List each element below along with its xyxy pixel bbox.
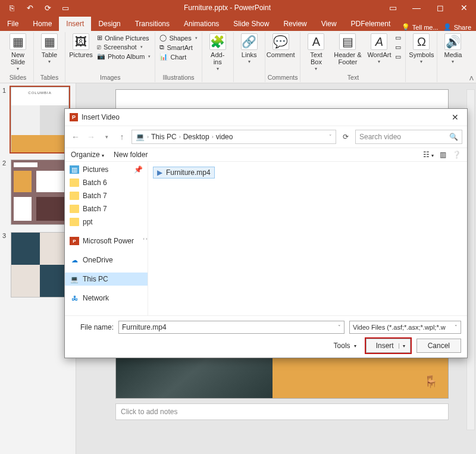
cancel-button[interactable]: Cancel [416, 339, 461, 353]
smartart-button[interactable]: ⧉SmartArt [158, 43, 199, 52]
breadcrumb-part[interactable]: This PC [151, 133, 177, 141]
undo-icon[interactable]: ↶ [21, 1, 38, 14]
sidebar-item-powerpoint[interactable]: PMicrosoft Power [65, 234, 148, 248]
ribbon-group-links: 🔗Links▾ [234, 32, 265, 82]
slide-thumbnail[interactable]: 1 COLUMBIA [2, 87, 73, 152]
tab-file[interactable]: File [0, 17, 26, 31]
thumbnail-preview[interactable]: COLUMBIA [11, 87, 69, 152]
header-footer-button[interactable]: ▤Header & Footer [330, 32, 365, 67]
sidebar-item-folder[interactable]: ppt [65, 215, 148, 228]
addins-button[interactable]: 🧩Add-ins▾ [205, 32, 231, 73]
slide-thumbnail[interactable]: 3 [2, 232, 73, 298]
table-label: Table [42, 51, 57, 58]
sidebar-item-folder[interactable]: Batch 6 [65, 176, 148, 189]
search-input[interactable]: Search video 🔍 [355, 130, 462, 144]
new-slide-button[interactable]: ▦ New Slide ▾ [5, 32, 31, 73]
preview-pane-button[interactable]: ▥ [440, 151, 446, 159]
text-extra-button[interactable]: ▭ [393, 52, 403, 61]
online-pictures-button[interactable]: ⊞Online Pictures [95, 33, 152, 42]
breadcrumb-part[interactable]: Desktop [183, 133, 209, 141]
photo-album-button[interactable]: 📷Photo Album▾ [95, 52, 152, 61]
thumbnail-preview[interactable] [11, 232, 69, 298]
chart-button[interactable]: 📊Chart [158, 52, 199, 61]
close-icon[interactable]: ✕ [452, 0, 476, 15]
recent-locations-icon[interactable]: ▾ [101, 134, 112, 140]
up-icon[interactable]: ↑ [116, 132, 128, 142]
organize-button[interactable]: Organize ▾ [71, 151, 104, 159]
help-icon[interactable]: ❔ [452, 151, 461, 159]
ribbon-group-images: 🖼 Pictures ⊞Online Pictures ⎚Screenshot▾… [65, 32, 155, 82]
pictures-button[interactable]: 🖼 Pictures [68, 32, 94, 60]
new-slide-icon: ▦ [10, 33, 26, 50]
collapse-ribbon-icon[interactable]: ᐱ [469, 75, 474, 82]
wordart-button[interactable]: AWordArt▾ [366, 32, 392, 66]
header-footer-label: Header & Footer [333, 51, 362, 65]
ribbon-group-symbols: ΩSymbols▾ [406, 32, 437, 82]
shapes-button[interactable]: ◯Shapes▾ [158, 33, 199, 42]
redo-icon[interactable]: ⟳ [39, 1, 56, 14]
tab-transitions[interactable]: Transitions [128, 17, 177, 31]
online-pictures-icon: ⊞ [97, 34, 102, 42]
file-item[interactable]: ▶ Furniture.mp4 [153, 167, 215, 179]
table-button[interactable]: ▦ Table ▾ [36, 32, 62, 66]
textbox-button[interactable]: AText Box▾ [303, 32, 329, 73]
minimize-icon[interactable]: — [405, 0, 428, 15]
tab-slideshow[interactable]: Slide Show [226, 17, 276, 31]
tab-animations[interactable]: Animations [177, 17, 226, 31]
new-folder-button[interactable]: New folder [114, 151, 148, 159]
symbols-button[interactable]: ΩSymbols▾ [408, 32, 434, 66]
vertical-scrollbar[interactable] [466, 89, 475, 430]
folder-icon [70, 218, 79, 226]
insert-button[interactable]: Insert ▾ [366, 339, 411, 353]
splitter-handle[interactable]: ‹ › [143, 162, 148, 315]
screenshot-button[interactable]: ⎚Screenshot▾ [95, 43, 152, 51]
insert-dropdown-icon[interactable]: ▾ [399, 343, 405, 349]
tab-review[interactable]: Review [276, 17, 314, 31]
chevron-down-icon[interactable]: ˅ [329, 134, 332, 140]
ribbon-display-options-icon[interactable]: ▭ [381, 0, 405, 15]
textbox-label: Text Box [305, 51, 327, 65]
start-from-beginning-icon[interactable]: ▭ [57, 1, 74, 14]
filename-input[interactable]: Furniture.mp4 ˅ [118, 321, 345, 334]
file-list[interactable]: ▶ Furniture.mp4 [148, 162, 467, 315]
links-button[interactable]: 🔗Links▾ [236, 32, 262, 66]
sidebar-item-folder[interactable]: Batch 7 [65, 189, 148, 202]
maximize-icon[interactable]: ◻ [428, 0, 452, 15]
share-button[interactable]: 👤 Share [443, 23, 471, 31]
tell-me-search[interactable]: 💡 Tell me... [402, 23, 439, 31]
forward-icon[interactable]: → [85, 132, 97, 142]
tools-button[interactable]: Tools▾ [330, 340, 360, 352]
filetype-select[interactable]: Video Files (*.asf;*.asx;*.wpl;*.w ˅ [349, 321, 461, 334]
text-extra-button[interactable]: ▭ [393, 43, 403, 52]
breadcrumb-part[interactable]: video [216, 133, 233, 141]
addins-label: Add-ins [207, 51, 228, 65]
view-mode-button[interactable]: ☷ ▾ [423, 151, 434, 159]
title-bar: ⎘ ↶ ⟳ ▭ Furniture.pptx - PowerPoint ▭ — … [0, 0, 476, 15]
sidebar-item-pictures[interactable]: ▥Pictures📌 [65, 163, 148, 176]
thumbnail-preview[interactable] [11, 159, 69, 225]
save-icon[interactable]: ⎘ [4, 1, 20, 14]
sidebar-item-network[interactable]: 🖧Network [65, 292, 148, 305]
text-extra-button[interactable]: ▭ [393, 33, 403, 42]
media-button[interactable]: 🔊Media▾ [440, 32, 466, 66]
sidebar-item-onedrive[interactable]: ☁OneDrive [65, 253, 148, 267]
tab-view[interactable]: View [314, 17, 344, 31]
chevron-down-icon[interactable]: ˅ [338, 324, 341, 330]
tab-insert[interactable]: Insert [59, 17, 91, 31]
slide-thumbnail[interactable]: 2 [2, 159, 73, 225]
chevron-down-icon: ▾ [140, 45, 143, 49]
tab-design[interactable]: Design [91, 17, 127, 31]
comment-button[interactable]: 💬Comment [268, 32, 294, 60]
photo-album-icon: 📷 [97, 52, 105, 60]
chevron-down-icon: ▾ [248, 60, 250, 65]
tab-pdfelement[interactable]: PDFelement [344, 17, 398, 31]
notes-pane[interactable]: Click to add notes [115, 403, 449, 420]
tab-home[interactable]: Home [26, 17, 59, 31]
sidebar-item-thispc[interactable]: 💻This PC [65, 273, 148, 286]
refresh-icon[interactable]: ⟳ [340, 133, 352, 141]
back-icon[interactable]: ← [70, 132, 82, 142]
sidebar-item-folder[interactable]: Batch 7 [65, 202, 148, 215]
breadcrumb[interactable]: 💻 › This PC › Desktop › video ˅ [131, 130, 336, 144]
close-icon[interactable]: ✕ [448, 111, 462, 123]
media-icon: 🔊 [444, 33, 461, 50]
